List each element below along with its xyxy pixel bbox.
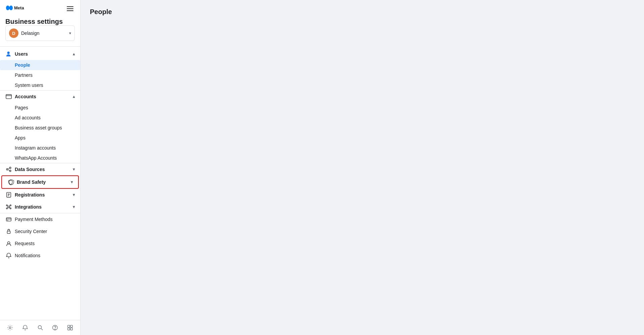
payment-methods-label: Payment Methods xyxy=(15,217,53,222)
sidebar-item-integrations[interactable]: Integrations ▾ xyxy=(0,201,80,213)
svg-rect-3 xyxy=(67,10,73,11)
svg-text:Meta: Meta xyxy=(14,5,24,10)
svg-line-9 xyxy=(8,170,10,171)
requests-icon xyxy=(5,240,12,247)
hamburger-button[interactable] xyxy=(65,4,75,14)
business-settings-title: Business settings xyxy=(5,18,75,25)
svg-rect-26 xyxy=(7,231,10,233)
chevron-down-icon: ▾ xyxy=(69,31,71,36)
svg-point-32 xyxy=(55,329,55,329)
meta-logo-svg: Meta xyxy=(5,5,23,11)
users-children: People Partners System users xyxy=(0,60,80,90)
sidebar-item-partners[interactable]: Partners xyxy=(0,70,80,80)
svg-point-16 xyxy=(10,205,11,206)
notifications-label: Notifications xyxy=(15,253,40,258)
svg-line-21 xyxy=(7,208,8,208)
search-icon[interactable] xyxy=(36,323,45,332)
account-avatar: D xyxy=(9,29,18,38)
users-label: Users xyxy=(15,51,28,57)
svg-point-17 xyxy=(6,208,8,209)
sidebar-item-requests[interactable]: Requests xyxy=(0,237,80,249)
sidebar-item-system-users[interactable]: System users xyxy=(0,80,80,90)
sidebar-item-users[interactable]: Users ▴ xyxy=(0,48,80,60)
brand-safety-highlighted-container: Brand Safety ▾ xyxy=(1,175,79,189)
svg-line-19 xyxy=(7,206,8,206)
page-title: People xyxy=(90,8,635,16)
notifications-icon xyxy=(5,252,12,259)
accounts-children: Pages Ad accounts Business asset groups … xyxy=(0,103,80,163)
sidebar-item-pages[interactable]: Pages xyxy=(0,103,80,113)
sidebar-item-notifications[interactable]: Notifications xyxy=(0,249,80,262)
data-sources-label: Data Sources xyxy=(15,167,45,172)
sidebar-item-instagram-accounts[interactable]: Instagram accounts xyxy=(0,143,80,153)
help-icon[interactable] xyxy=(50,323,60,332)
svg-rect-4 xyxy=(6,95,11,99)
svg-rect-33 xyxy=(68,325,70,327)
integrations-label: Integrations xyxy=(15,204,42,210)
svg-rect-23 xyxy=(6,218,11,221)
data-sources-chevron: ▾ xyxy=(73,167,75,172)
users-icon xyxy=(5,51,12,57)
sidebar-item-registrations[interactable]: Registrations ▾ xyxy=(0,189,80,201)
brand-safety-chevron: ▾ xyxy=(71,180,73,184)
sidebar-item-accounts[interactable]: Accounts ▴ xyxy=(0,91,80,103)
requests-label: Requests xyxy=(15,241,35,246)
svg-line-8 xyxy=(8,168,10,169)
svg-rect-34 xyxy=(70,325,72,327)
sidebar: Meta Business settings D Delasign ▾ xyxy=(0,0,80,335)
svg-rect-35 xyxy=(68,328,70,330)
main-content: People xyxy=(80,0,644,335)
bell-icon[interactable] xyxy=(20,323,30,332)
sidebar-item-whatsapp-accounts[interactable]: WhatsApp Accounts xyxy=(0,153,80,163)
sidebar-item-data-sources[interactable]: Data Sources ▾ xyxy=(0,163,80,175)
brand-safety-label: Brand Safety xyxy=(17,179,46,185)
users-chevron: ▴ xyxy=(73,52,75,56)
meta-logo: Meta xyxy=(5,5,23,11)
account-selector[interactable]: D Delasign ▾ xyxy=(5,25,75,41)
nav-section: Users ▴ People Partners System users xyxy=(0,47,80,263)
svg-point-5 xyxy=(6,169,8,170)
accounts-chevron: ▴ xyxy=(73,94,75,99)
payment-icon xyxy=(5,216,12,223)
svg-line-30 xyxy=(41,329,43,330)
brand-safety-icon xyxy=(7,179,14,185)
account-name: Delasign xyxy=(21,31,66,36)
accounts-icon xyxy=(5,93,12,100)
header-top: Meta xyxy=(5,4,75,14)
sidebar-item-payment-methods[interactable]: Payment Methods xyxy=(0,213,80,225)
svg-rect-36 xyxy=(70,328,72,330)
svg-rect-2 xyxy=(67,8,73,9)
registrations-chevron: ▾ xyxy=(73,192,75,197)
svg-point-6 xyxy=(9,167,11,169)
integrations-chevron: ▾ xyxy=(73,205,75,209)
registrations-label: Registrations xyxy=(15,192,45,198)
svg-rect-1 xyxy=(67,6,73,7)
sidebar-item-brand-safety[interactable]: Brand Safety ▾ xyxy=(2,176,78,188)
security-center-label: Security Center xyxy=(15,229,47,234)
integrations-icon xyxy=(5,204,12,210)
svg-point-15 xyxy=(6,205,8,206)
security-icon xyxy=(5,228,12,235)
sidebar-item-people[interactable]: People xyxy=(0,60,80,70)
sidebar-item-ad-accounts[interactable]: Ad accounts xyxy=(0,113,80,123)
svg-point-7 xyxy=(9,170,11,172)
settings-icon[interactable] xyxy=(5,323,15,332)
svg-line-22 xyxy=(9,208,10,208)
svg-point-29 xyxy=(38,326,41,329)
svg-point-18 xyxy=(10,208,11,209)
sidebar-item-security-center[interactable]: Security Center xyxy=(0,225,80,237)
accounts-label: Accounts xyxy=(15,94,36,99)
svg-point-28 xyxy=(9,327,11,328)
sidebar-item-apps[interactable]: Apps xyxy=(0,133,80,143)
data-sources-icon xyxy=(5,166,12,173)
registrations-icon xyxy=(5,191,12,198)
grid-icon[interactable] xyxy=(65,323,75,332)
sidebar-bottom-toolbar xyxy=(0,320,80,335)
sidebar-header: Meta Business settings D Delasign ▾ xyxy=(0,0,80,47)
sidebar-item-business-asset-groups[interactable]: Business asset groups xyxy=(0,123,80,133)
svg-line-20 xyxy=(9,206,10,206)
